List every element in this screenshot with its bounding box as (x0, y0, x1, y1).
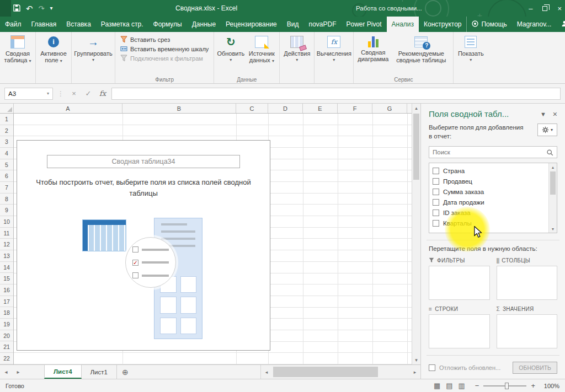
update-button[interactable]: ОБНОВИТЬ (513, 362, 557, 374)
field-item[interactable]: Продавец (433, 176, 547, 186)
row-header[interactable]: 18 (0, 307, 13, 319)
field-item[interactable]: Сумма заказа (433, 186, 547, 197)
row-header[interactable]: 14 (0, 262, 13, 273)
zoom-out-icon[interactable]: − (475, 382, 479, 390)
values-drop-area[interactable] (497, 314, 558, 348)
search-input[interactable] (433, 149, 546, 155)
vertical-scrollbar[interactable]: ▴ ▾ (412, 104, 420, 364)
close-button[interactable]: × (557, 4, 562, 13)
pivot-chart-button[interactable]: Сводная диаграмма (355, 33, 391, 62)
checkbox[interactable] (433, 168, 439, 174)
show-button[interactable]: Показать ▾ (455, 33, 486, 63)
actions-button[interactable]: Действия ▾ (281, 33, 312, 63)
row-header[interactable]: 7 (0, 182, 13, 194)
vertical-scroll-thumb[interactable] (413, 114, 419, 180)
row-header[interactable]: 6 (0, 170, 13, 182)
pane-close-icon[interactable]: × (553, 110, 557, 119)
normal-view-icon[interactable]: ▦ (434, 382, 440, 390)
insert-function-icon[interactable]: fx (97, 89, 108, 98)
checkbox[interactable] (433, 189, 439, 195)
tab-formulas[interactable]: Формулы (148, 17, 187, 32)
field-item[interactable]: Дата продажи (433, 197, 547, 207)
row-header[interactable]: 1 (0, 114, 13, 125)
row-header[interactable]: 4 (0, 148, 13, 159)
add-sheet-icon[interactable]: ⊕ (117, 365, 134, 379)
tab-review[interactable]: Рецензирование (221, 17, 282, 32)
scroll-thumb[interactable] (550, 171, 556, 195)
filter-connections-button[interactable]: Подключения к фильтрам (120, 55, 209, 62)
tab-power-pivot[interactable]: Power Pivot (342, 17, 387, 32)
column-header[interactable]: D (268, 104, 303, 113)
field-item[interactable]: Кварталы (433, 218, 547, 228)
pivot-table-button[interactable]: Сводная таблица ▾ (2, 33, 34, 65)
scroll-right-icon[interactable]: ▸ (409, 365, 420, 379)
row-header[interactable]: 3 (0, 136, 13, 148)
group-button[interactable]: → Группировать ▾ (73, 33, 113, 63)
columns-drop-area[interactable] (497, 266, 558, 300)
page-layout-view-icon[interactable]: ▤ (446, 382, 452, 390)
field-item[interactable]: Страна (433, 165, 547, 176)
row-header[interactable]: 13 (0, 250, 13, 262)
filters-drop-area[interactable] (429, 266, 490, 300)
calculations-button[interactable]: fx Вычисления ▾ (316, 33, 351, 63)
row-header[interactable]: 10 (0, 216, 13, 228)
row-header[interactable]: 11 (0, 228, 13, 239)
restore-button[interactable] (542, 6, 547, 11)
insert-timeline-button[interactable]: Вставить временную шкалу (120, 45, 209, 52)
column-header[interactable]: A (14, 104, 122, 113)
page-break-view-icon[interactable]: ▥ (459, 382, 465, 390)
scroll-left-icon[interactable]: ◂ (261, 365, 272, 379)
field-list-scrollbar[interactable]: ▴ ▾ (548, 163, 557, 233)
name-box[interactable]: A3 ▾ (4, 88, 53, 100)
share-button[interactable]: Общий доступ (556, 17, 565, 32)
active-field-button[interactable]: i Активное поле ▾ (38, 33, 70, 65)
row-header[interactable]: 8 (0, 194, 13, 205)
recommended-pivottables-button[interactable]: ? Рекомендуемые сводные таблицы (391, 33, 451, 63)
refresh-button[interactable]: ↻ Обновить ▾ (216, 33, 246, 63)
checkbox[interactable] (433, 220, 439, 227)
tab-view[interactable]: Вид (282, 17, 304, 32)
checkbox[interactable] (433, 210, 439, 216)
zoom-slider[interactable] (483, 385, 526, 386)
scroll-up-icon[interactable]: ▴ (549, 163, 557, 171)
cancel-icon[interactable]: × (68, 89, 79, 98)
formula-input[interactable] (111, 88, 561, 100)
row-header[interactable]: 2 (0, 125, 13, 137)
row-header[interactable]: 19 (0, 319, 13, 330)
save-icon[interactable] (13, 4, 20, 13)
scroll-down-icon[interactable]: ▾ (549, 225, 557, 233)
checkbox[interactable] (433, 178, 439, 185)
row-header[interactable]: 12 (0, 239, 13, 250)
row-header[interactable]: 15 (0, 273, 13, 284)
column-header[interactable]: C (236, 104, 268, 113)
redo-icon[interactable]: ↷ (39, 5, 45, 12)
tab-help[interactable]: Помощь (466, 17, 511, 32)
change-data-source-button[interactable]: Источник данных ▾ (246, 33, 278, 65)
zoom-slider-thumb[interactable] (505, 383, 509, 389)
column-header[interactable]: G (372, 104, 407, 113)
row-header[interactable]: 20 (0, 330, 13, 342)
column-header[interactable]: B (122, 104, 236, 113)
defer-update-checkbox[interactable] (429, 364, 435, 371)
tab-home[interactable]: Главная (26, 17, 62, 32)
sheet-tab-list4[interactable]: Лист4 (44, 365, 82, 379)
column-header[interactable]: F (338, 104, 372, 113)
insert-slicer-button[interactable]: Вставить срез (120, 36, 209, 43)
row-header[interactable]: 16 (0, 284, 13, 296)
checkbox[interactable] (433, 199, 439, 206)
row-header[interactable]: 21 (0, 341, 13, 353)
horizontal-scrollbar[interactable]: ◂ ▸ (260, 365, 420, 379)
rows-drop-area[interactable] (429, 314, 490, 348)
account-name[interactable]: Magranov... (512, 17, 556, 32)
zoom-level[interactable]: 100% (540, 383, 559, 389)
app-icon[interactable] (0, 0, 11, 17)
tab-data[interactable]: Данные (187, 17, 221, 32)
sheet-tab-list1[interactable]: Лист1 (82, 365, 117, 379)
undo-icon[interactable]: ↶ (26, 4, 33, 13)
tab-analyze[interactable]: Анализ (387, 17, 419, 32)
row-header[interactable]: 17 (0, 296, 13, 308)
pane-options-icon[interactable]: ▼ (540, 111, 546, 117)
pivot-placeholder[interactable]: Сводная таблица34 Чтобы построить отчет,… (17, 140, 270, 351)
qat-customize-icon[interactable]: ▾ (50, 6, 52, 11)
row-header[interactable]: 9 (0, 205, 13, 216)
